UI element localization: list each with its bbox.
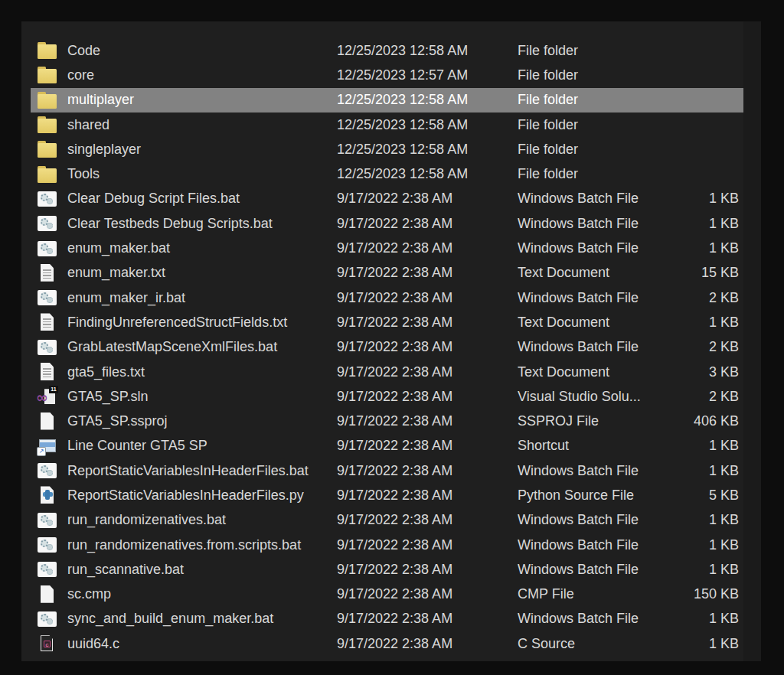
file-list-panel: Code 12/25/2023 12:58 AM File folder cor… xyxy=(21,21,761,661)
file-row[interactable]: Code 12/25/2023 12:58 AM File folder xyxy=(31,38,743,63)
file-row[interactable]: gta5_files.txt 9/17/2022 2:38 AM Text Do… xyxy=(31,360,743,384)
scrollbar-gutter[interactable] xyxy=(743,21,761,661)
file-type: Windows Batch File xyxy=(518,290,671,306)
windows-batch-icon xyxy=(37,287,58,308)
folder-icon xyxy=(37,90,58,111)
file-type: Windows Batch File xyxy=(518,240,671,256)
file-name: enum_maker.bat xyxy=(67,240,337,256)
file-row[interactable]: GrabLatestMapSceneXmlFiles.bat 9/17/2022… xyxy=(31,335,743,360)
date-modified: 12/25/2023 12:58 AM xyxy=(337,117,518,133)
file-size: 1 KB xyxy=(671,463,739,479)
file-row[interactable]: core 12/25/2023 12:57 AM File folder xyxy=(31,63,743,87)
file-row[interactable]: Tools 12/25/2023 12:58 AM File folder xyxy=(31,161,743,186)
windows-batch-icon xyxy=(37,188,58,210)
python-icon xyxy=(37,484,58,506)
file-size: 1 KB xyxy=(671,562,739,578)
date-modified: 9/17/2022 2:38 AM xyxy=(337,512,518,528)
file-name: enum_maker_ir.bat xyxy=(67,290,337,306)
file-list: Code 12/25/2023 12:58 AM File folder cor… xyxy=(31,38,743,656)
date-modified: 9/17/2022 2:38 AM xyxy=(337,438,518,454)
file-name: GTA5_SP.sln xyxy=(67,389,337,405)
file-type: File folder xyxy=(518,43,671,59)
file-type: Windows Batch File xyxy=(518,611,671,627)
file-name: sc.cmp xyxy=(67,586,337,602)
date-modified: 9/17/2022 2:38 AM xyxy=(337,586,518,602)
date-modified: 9/17/2022 2:38 AM xyxy=(337,290,518,306)
file-type: Visual Studio Solu... xyxy=(518,389,671,405)
file-name: ReportStaticVariablesInHeaderFiles.py xyxy=(67,488,337,504)
file-row[interactable]: sync_and_build_enum_maker.bat 9/17/2022 … xyxy=(31,607,743,631)
file-row[interactable]: multiplayer 12/25/2023 12:58 AM File fol… xyxy=(31,88,743,112)
windows-batch-icon xyxy=(37,534,58,556)
file-type: Text Document xyxy=(518,265,671,281)
file-row[interactable]: uuid64.c 9/17/2022 2:38 AM C Source 1 KB xyxy=(31,631,743,656)
file-type: Text Document xyxy=(518,364,671,380)
file-name: sync_and_build_enum_maker.bat xyxy=(67,611,337,627)
windows-batch-icon xyxy=(37,460,58,481)
file-row[interactable]: Line Counter GTA5 SP 9/17/2022 2:38 AM S… xyxy=(31,434,743,458)
file-type: File folder xyxy=(518,142,671,158)
file-size: 1 KB xyxy=(671,537,739,553)
file-name: Clear Testbeds Debug Scripts.bat xyxy=(67,216,337,232)
file-row[interactable]: run_randomizenatives.bat 9/17/2022 2:38 … xyxy=(31,508,743,533)
file-size: 1 KB xyxy=(671,512,739,528)
file-name: Tools xyxy=(67,166,337,182)
file-size: 1 KB xyxy=(671,315,739,331)
file-name: core xyxy=(67,67,337,83)
file-size: 150 KB xyxy=(671,586,739,602)
file-row[interactable]: enum_maker_ir.bat 9/17/2022 2:38 AM Wind… xyxy=(31,285,743,310)
file-size: 2 KB xyxy=(671,290,739,306)
file-name: Line Counter GTA5 SP xyxy=(67,438,337,454)
file-row[interactable]: enum_maker.txt 9/17/2022 2:38 AM Text Do… xyxy=(31,261,743,285)
text-document-icon xyxy=(37,361,58,383)
file-name: singleplayer xyxy=(67,142,337,158)
folder-icon xyxy=(37,164,58,185)
file-row[interactable]: GTA5_SP.ssproj 9/17/2022 2:38 AM SSPROJ … xyxy=(31,409,743,433)
date-modified: 12/25/2023 12:57 AM xyxy=(337,67,518,83)
windows-batch-icon xyxy=(37,238,58,259)
folder-icon xyxy=(37,40,58,61)
file-row[interactable]: sc.cmp 9/17/2022 2:38 AM CMP File 150 KB xyxy=(31,582,743,607)
file-row[interactable]: Clear Testbeds Debug Scripts.bat 9/17/20… xyxy=(31,211,743,236)
text-document-icon xyxy=(37,311,58,333)
file-name: Code xyxy=(67,43,337,59)
date-modified: 9/17/2022 2:38 AM xyxy=(337,191,518,207)
c-source-icon xyxy=(37,633,58,654)
file-row[interactable]: singleplayer 12/25/2023 12:58 AM File fo… xyxy=(31,137,743,161)
file-name: FindingUnreferencedStructFields.txt xyxy=(67,315,337,331)
file-name: run_randomizenatives.bat xyxy=(67,512,337,528)
date-modified: 9/17/2022 2:38 AM xyxy=(337,339,518,355)
file-row[interactable]: 11 GTA5_SP.sln 9/17/2022 2:38 AM Visual … xyxy=(31,384,743,409)
date-modified: 9/17/2022 2:38 AM xyxy=(337,488,518,504)
file-type: File folder xyxy=(518,67,671,83)
file-row[interactable]: run_scannative.bat 9/17/2022 2:38 AM Win… xyxy=(31,557,743,582)
file-row[interactable]: enum_maker.bat 9/17/2022 2:38 AM Windows… xyxy=(31,236,743,260)
file-name: gta5_files.txt xyxy=(67,364,337,380)
file-row[interactable]: ReportStaticVariablesInHeaderFiles.py 9/… xyxy=(31,483,743,507)
date-modified: 12/25/2023 12:58 AM xyxy=(337,166,518,182)
file-name: multiplayer xyxy=(67,92,337,108)
file-name: ReportStaticVariablesInHeaderFiles.bat xyxy=(67,463,337,479)
text-document-icon xyxy=(37,262,58,284)
file-type: CMP File xyxy=(518,586,671,602)
windows-batch-icon xyxy=(37,213,58,234)
file-row[interactable]: shared 12/25/2023 12:58 AM File folder xyxy=(31,112,743,137)
file-row[interactable]: FindingUnreferencedStructFields.txt 9/17… xyxy=(31,310,743,334)
file-name: uuid64.c xyxy=(67,636,337,652)
file-row[interactable]: run_randomizenatives.from.scripts.bat 9/… xyxy=(31,533,743,557)
windows-batch-icon xyxy=(37,337,58,358)
file-size: 406 KB xyxy=(671,413,739,429)
date-modified: 9/17/2022 2:38 AM xyxy=(337,216,518,232)
file-size: 2 KB xyxy=(671,339,739,355)
file-type: Windows Batch File xyxy=(518,463,671,479)
date-modified: 12/25/2023 12:58 AM xyxy=(337,142,518,158)
date-modified: 9/17/2022 2:38 AM xyxy=(337,413,518,429)
file-size: 3 KB xyxy=(671,364,739,380)
file-row[interactable]: Clear Debug Script Files.bat 9/17/2022 2… xyxy=(31,187,743,211)
date-modified: 9/17/2022 2:38 AM xyxy=(337,636,518,652)
file-size: 1 KB xyxy=(671,438,739,454)
file-name: shared xyxy=(67,117,337,133)
date-modified: 9/17/2022 2:38 AM xyxy=(337,315,518,331)
file-row[interactable]: ReportStaticVariablesInHeaderFiles.bat 9… xyxy=(31,458,743,483)
date-modified: 9/17/2022 2:38 AM xyxy=(337,364,518,380)
